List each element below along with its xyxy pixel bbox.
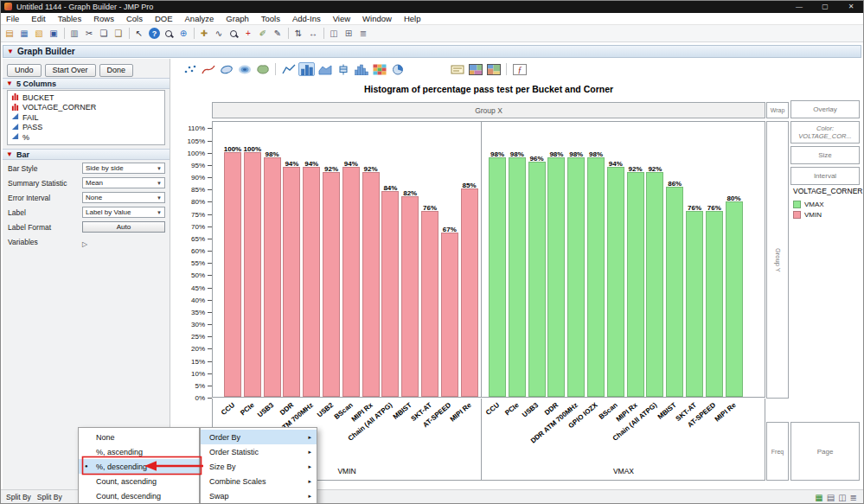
bar-panel-header[interactable]: ▼ Bar xyxy=(3,149,170,160)
line-icon[interactable] xyxy=(280,62,297,76)
menu-cols[interactable]: Cols xyxy=(120,14,149,23)
freq-drop-zone[interactable]: Freq xyxy=(766,422,789,481)
x-group-label-vmax[interactable]: VMAX xyxy=(481,467,766,475)
x-category-label[interactable]: CCU xyxy=(220,401,236,417)
auto-button[interactable]: Auto xyxy=(82,221,165,233)
smoother-icon[interactable] xyxy=(200,62,216,76)
crosshair-icon[interactable]: + xyxy=(241,27,255,40)
y-axis[interactable]: 0%5%10%15%20%25%30%35%40%45%50%55%60%65%… xyxy=(170,121,212,399)
legend-item-vmax[interactable]: VMAX xyxy=(793,199,861,209)
x-category-label[interactable]: CCU xyxy=(484,401,501,417)
menu-help[interactable]: Help xyxy=(398,14,427,23)
table-status-icon[interactable]: ▤ xyxy=(827,493,835,502)
menu-graph[interactable]: Graph xyxy=(220,14,254,23)
red-triangle-icon[interactable]: ▼ xyxy=(6,150,13,158)
globe-icon[interactable]: ⊕ xyxy=(176,27,190,40)
x-category-label[interactable]: USB3 xyxy=(521,401,540,419)
bar-icon[interactable] xyxy=(298,62,315,76)
caption-box-icon[interactable] xyxy=(449,62,465,76)
error-interval-select[interactable]: None▼ xyxy=(82,192,165,203)
histogram-icon[interactable] xyxy=(353,62,369,76)
group-x-drop-zone[interactable]: Group X xyxy=(212,102,765,118)
journal-icon[interactable]: ◫ xyxy=(327,27,341,40)
list-icon[interactable]: ≣ xyxy=(356,27,370,40)
print-icon[interactable]: ▥ xyxy=(67,27,81,40)
vmax-bar-bscan[interactable] xyxy=(607,167,624,397)
menu-analyze[interactable]: Analyze xyxy=(179,14,221,23)
menu-view[interactable]: View xyxy=(327,14,356,23)
x-category-label[interactable]: USB3 xyxy=(256,401,275,419)
x-category-label[interactable]: MIPI Re xyxy=(713,401,737,423)
save-icon[interactable]: ▣ xyxy=(47,27,61,40)
paste-icon[interactable]: ❑ xyxy=(112,27,125,40)
vmin-bar-ddr[interactable] xyxy=(283,167,300,397)
scroller-icon[interactable]: ⇅ xyxy=(291,27,305,40)
layout-icon[interactable]: ⊞ xyxy=(342,27,355,40)
mosaic-icon[interactable] xyxy=(485,62,502,76)
vmin-bar-skt-at[interactable] xyxy=(421,211,438,397)
box-plot-icon[interactable] xyxy=(335,62,351,76)
size-drop-zone[interactable]: Size xyxy=(790,146,860,164)
treemap-icon[interactable] xyxy=(467,62,483,76)
vmin-bar-pcie[interactable] xyxy=(244,152,261,397)
red-triangle-icon[interactable]: ▼ xyxy=(6,80,13,87)
wrap-drop-zone[interactable]: Wrap xyxy=(766,102,789,118)
resize-icon[interactable]: ↔ xyxy=(306,27,320,40)
menu-rows[interactable]: Rows xyxy=(87,14,120,23)
x-category-label[interactable]: PCIe xyxy=(503,401,520,417)
menu-add-ins[interactable]: Add-Ins xyxy=(286,14,327,23)
menu-item-swap[interactable]: Swap▸ xyxy=(201,488,317,503)
group-y-drop-zone[interactable]: Group Y xyxy=(766,121,789,399)
menu-item-none[interactable]: None xyxy=(79,430,199,444)
pie-icon[interactable] xyxy=(389,62,406,76)
menu-item-order-by[interactable]: Order By▸ xyxy=(201,430,317,444)
vmax-bar-chain-all-atpg[interactable] xyxy=(646,172,663,398)
vmax-bar-skt-at[interactable] xyxy=(686,211,703,397)
zoom-icon[interactable] xyxy=(227,27,240,40)
grabber-icon[interactable]: ✚ xyxy=(197,27,211,40)
annotate-icon[interactable]: ✎ xyxy=(271,27,285,40)
vmax-bar-mipi-re[interactable] xyxy=(726,201,743,398)
vmax-bar-mipi-rx[interactable] xyxy=(627,172,644,398)
menu-edit[interactable]: Edit xyxy=(25,14,51,23)
columns-panel-header[interactable]: ▼ 5 Columns xyxy=(3,78,170,89)
new-data-table-icon[interactable]: ▦ xyxy=(17,27,31,40)
minimize-button[interactable]: — xyxy=(786,0,812,13)
column-item-[interactable]: % xyxy=(8,132,164,143)
formula-icon[interactable]: ƒ xyxy=(511,62,528,76)
vmin-bar-usb2[interactable] xyxy=(323,172,340,398)
color-drop-zone[interactable]: Color: VOLTAGE_COR... xyxy=(790,121,860,144)
menu-item-size-by[interactable]: Size By▸ xyxy=(201,459,317,474)
vmin-bar-mipi-re[interactable] xyxy=(461,188,478,397)
window-status-icon[interactable]: ◫ xyxy=(838,493,846,502)
vmax-bar-ccu[interactable] xyxy=(489,157,506,398)
red-triangle-icon[interactable]: ▼ xyxy=(7,48,14,55)
vmax-bar-pcie[interactable] xyxy=(509,157,526,398)
legend-item-vmin[interactable]: VMIN xyxy=(793,209,861,220)
vmax-bar-gpio-iozx[interactable] xyxy=(587,157,605,398)
undo-button[interactable]: Undo xyxy=(7,64,42,77)
menu-window[interactable]: Window xyxy=(356,14,398,23)
vmax-bar-usb3[interactable] xyxy=(528,162,546,397)
cut-icon[interactable]: ✂ xyxy=(82,27,96,40)
contour-icon[interactable] xyxy=(236,62,253,76)
menu-doe[interactable]: DOE xyxy=(149,14,179,23)
column-item-bucket[interactable]: BUCKET xyxy=(8,93,164,103)
close-button[interactable]: ✕ xyxy=(838,0,864,13)
column-item-pass[interactable]: PASS xyxy=(8,123,164,133)
menu-item-count-ascending[interactable]: Count, ascending xyxy=(79,474,199,488)
area-icon[interactable] xyxy=(317,62,333,76)
points-icon[interactable] xyxy=(182,62,198,76)
menu-item-count-descending[interactable]: Count, descending xyxy=(79,488,199,503)
plot-area[interactable]: 100%100%98%94%94%92%94%92%84%82%76%67%85… xyxy=(212,121,765,398)
heatmap-icon[interactable] xyxy=(371,62,387,76)
interval-drop-zone[interactable]: Interval xyxy=(790,167,860,185)
x-category-label[interactable]: MIPI Re xyxy=(448,401,472,423)
label-select[interactable]: Label by Value▼ xyxy=(82,207,165,218)
brush-icon[interactable]: ✐ xyxy=(256,27,270,40)
vmax-bar-ddr[interactable] xyxy=(547,157,565,398)
vmin-bar-usb3[interactable] xyxy=(264,157,281,398)
bar-style-select[interactable]: Side by side▼ xyxy=(82,163,165,174)
copy-icon[interactable]: ❏ xyxy=(97,27,111,40)
menu-tools[interactable]: Tools xyxy=(255,14,286,23)
